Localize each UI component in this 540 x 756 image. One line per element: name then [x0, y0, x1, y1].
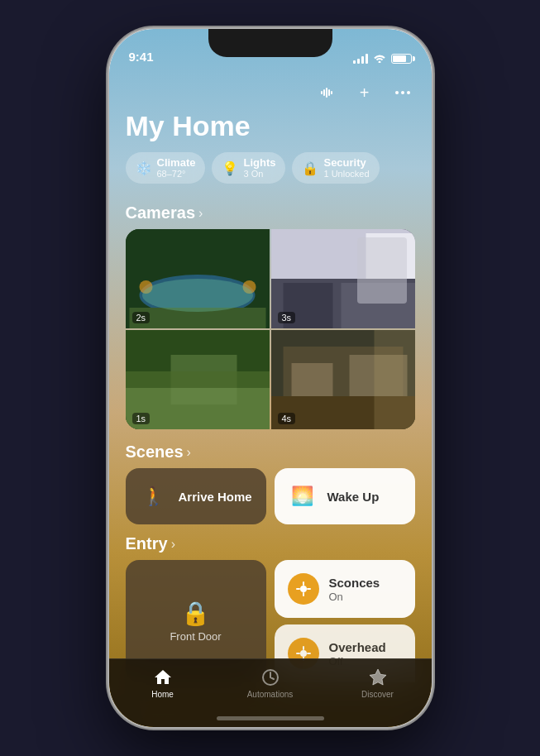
tab-automations[interactable]: Automations: [217, 667, 324, 699]
status-time: 9:41: [129, 50, 154, 65]
entry-title: Entry: [126, 534, 168, 553]
battery-icon: [391, 54, 412, 64]
camera-grid: 2s 3s: [126, 229, 415, 429]
climate-value: 68–72°: [157, 169, 196, 179]
more-icon: [394, 84, 412, 102]
security-icon: 🔒: [302, 160, 318, 176]
home-indicator: [217, 716, 324, 720]
camera-1-timestamp: 2s: [132, 312, 151, 323]
header-actions: +: [126, 80, 415, 105]
svg-point-6: [139, 280, 152, 294]
main-content: + My Home ❄️: [109, 70, 432, 727]
svg-rect-12: [341, 283, 415, 328]
cameras-arrow-icon: ›: [198, 206, 203, 221]
arrive-home-icon: 🚶: [139, 481, 169, 511]
camera-cell-3[interactable]: 1s: [126, 330, 270, 429]
lock-icon: 🔒: [181, 600, 210, 627]
scenes-grid: 🚶 Arrive Home 🌅 Wake Up: [126, 468, 415, 524]
signal-bars-icon: [353, 54, 368, 64]
sconces-icon: [288, 573, 319, 605]
svg-point-0: [395, 91, 399, 94]
automations-tab-icon: [260, 667, 280, 687]
scenes-section-header[interactable]: Scenes ›: [109, 443, 432, 462]
cameras-title: Cameras: [126, 203, 196, 222]
scenes-section: 🚶 Arrive Home 🌅 Wake Up: [109, 468, 432, 524]
camera-3-timestamp: 1s: [132, 413, 151, 424]
header: + My Home ❄️: [109, 70, 432, 203]
scenes-title: Scenes: [126, 443, 184, 462]
svg-rect-20: [291, 363, 332, 396]
tab-bar: Home Automations Discover: [109, 658, 432, 727]
wifi-icon: [373, 52, 386, 65]
scenes-arrow-icon: ›: [187, 445, 191, 460]
home-tab-icon: [153, 667, 173, 687]
climate-pill[interactable]: ❄️ Climate 68–72°: [126, 152, 206, 184]
svg-point-23: [300, 586, 307, 592]
sconces-name: Sconces: [329, 576, 380, 591]
svg-point-28: [300, 650, 307, 657]
svg-rect-10: [366, 233, 415, 279]
screen: 9:41: [109, 29, 432, 727]
climate-label: Climate: [157, 157, 196, 169]
camera-cell-1[interactable]: 2s: [126, 229, 270, 328]
svg-point-1: [401, 91, 404, 94]
security-value: 1 Unlocked: [323, 169, 369, 179]
camera-cell-4[interactable]: 4s: [271, 330, 415, 429]
add-button[interactable]: +: [352, 80, 377, 105]
svg-marker-34: [370, 669, 386, 685]
camera-2-timestamp: 3s: [278, 312, 296, 323]
svg-rect-16: [126, 371, 270, 388]
security-pill[interactable]: 🔒 Security 1 Unlocked: [292, 152, 379, 184]
wave-icon: [321, 86, 332, 99]
wake-up-label: Wake Up: [327, 490, 380, 504]
arrive-home-label: Arrive Home: [179, 490, 252, 504]
svg-rect-22: [374, 330, 415, 429]
wake-up-icon: 🌅: [288, 481, 318, 511]
lights-icon: 💡: [222, 160, 238, 176]
climate-icon: ❄️: [136, 160, 152, 176]
sconces-status: On: [329, 591, 380, 603]
arrive-home-scene[interactable]: 🚶 Arrive Home: [126, 468, 266, 524]
cameras-section-header[interactable]: Cameras ›: [109, 203, 432, 222]
lights-label: Lights: [243, 157, 275, 169]
tab-home[interactable]: Home: [109, 667, 217, 699]
sconces-card[interactable]: Sconces On: [275, 560, 415, 618]
overhead-name: Overhead: [329, 640, 386, 655]
camera-cell-2[interactable]: 3s: [271, 229, 415, 328]
tab-automations-label: Automations: [247, 690, 294, 699]
security-label: Security: [323, 157, 369, 169]
entry-arrow-icon: ›: [171, 537, 175, 552]
front-door-label: Front Door: [170, 630, 221, 643]
add-icon: +: [360, 84, 370, 103]
camera-4-timestamp: 4s: [278, 413, 296, 424]
wake-up-scene[interactable]: 🌅 Wake Up: [275, 468, 415, 524]
svg-point-7: [242, 280, 256, 294]
lights-pill[interactable]: 💡 Lights 3 On: [212, 152, 285, 184]
tab-home-label: Home: [151, 690, 174, 699]
discover-tab-icon: [368, 667, 388, 687]
phone-frame: 9:41: [109, 29, 432, 727]
status-pills: ❄️ Climate 68–72° 💡 Lights 3 On: [126, 152, 415, 184]
status-icons: [353, 52, 412, 65]
wave-button[interactable]: [314, 80, 339, 105]
page-title: My Home: [126, 110, 415, 142]
svg-point-2: [407, 91, 410, 94]
tab-discover[interactable]: Discover: [324, 667, 432, 699]
lights-value: 3 On: [243, 169, 275, 179]
tab-discover-label: Discover: [361, 690, 394, 699]
entry-section-header[interactable]: Entry ›: [109, 534, 432, 553]
notch: [208, 29, 332, 57]
more-button[interactable]: [390, 80, 415, 105]
